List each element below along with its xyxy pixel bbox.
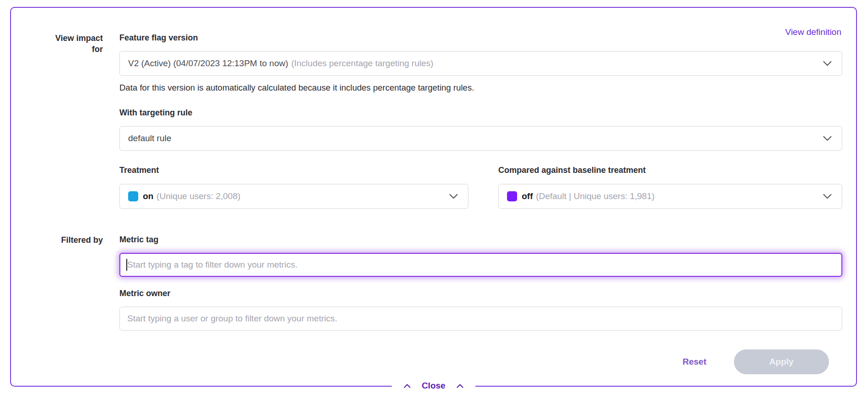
chevron-up-icon bbox=[457, 382, 463, 390]
baseline-note: (Default | Unique users: 1,981) bbox=[536, 191, 654, 201]
section-label-view-impact-for: View impact for bbox=[37, 33, 103, 209]
baseline-treatment-select[interactable]: off (Default | Unique users: 1,981) bbox=[498, 184, 842, 209]
close-button[interactable]: Close bbox=[392, 379, 475, 392]
treatment-note: (Unique users: 2,008) bbox=[157, 191, 241, 201]
treatment-select[interactable]: on (Unique users: 2,008) bbox=[119, 184, 468, 209]
targeting-rule-select[interactable]: default rule bbox=[119, 126, 842, 151]
treatment-swatch bbox=[128, 191, 138, 201]
chevron-down-icon bbox=[823, 61, 832, 66]
chevron-up-icon bbox=[404, 382, 411, 390]
targeting-rule-value: default rule bbox=[128, 133, 171, 143]
filter-panel: View definition View impact for Feature … bbox=[10, 7, 857, 387]
close-label: Close bbox=[422, 381, 445, 391]
apply-button[interactable]: Apply bbox=[734, 349, 829, 374]
treatment-value: on bbox=[143, 191, 153, 201]
baseline-swatch bbox=[507, 191, 517, 201]
version-helper-text: Data for this version is automatically c… bbox=[119, 83, 842, 93]
reset-button[interactable]: Reset bbox=[682, 357, 706, 367]
chevron-down-icon bbox=[449, 194, 458, 199]
metric-owner-label: Metric owner bbox=[119, 288, 842, 298]
feature-flag-version-label: Feature flag version bbox=[119, 33, 842, 43]
metric-tag-label: Metric tag bbox=[119, 234, 842, 245]
view-definition-link[interactable]: View definition bbox=[785, 27, 841, 37]
view-impact-section: View impact for Feature flag version V2 … bbox=[37, 33, 842, 209]
baseline-value: off bbox=[522, 191, 533, 201]
feature-flag-version-note: (Includes percentage targeting rules) bbox=[291, 58, 433, 69]
chevron-down-icon bbox=[823, 136, 832, 141]
filtered-by-section: Filtered by Metric tag Metric owner Rese… bbox=[37, 234, 842, 374]
chevron-down-icon bbox=[823, 194, 832, 199]
metric-owner-input[interactable] bbox=[119, 307, 842, 331]
baseline-treatment-label: Compared against baseline treatment bbox=[498, 165, 842, 175]
metric-tag-input[interactable] bbox=[119, 253, 842, 277]
targeting-rule-label: With targeting rule bbox=[119, 108, 842, 118]
section-label-filtered-by: Filtered by bbox=[37, 234, 103, 374]
treatment-label: Treatment bbox=[119, 165, 468, 175]
text-caret bbox=[126, 259, 127, 271]
feature-flag-version-select[interactable]: V2 (Active) (04/07/2023 12:13PM to now) … bbox=[119, 51, 842, 76]
feature-flag-version-value: V2 (Active) (04/07/2023 12:13PM to now) bbox=[128, 58, 288, 69]
